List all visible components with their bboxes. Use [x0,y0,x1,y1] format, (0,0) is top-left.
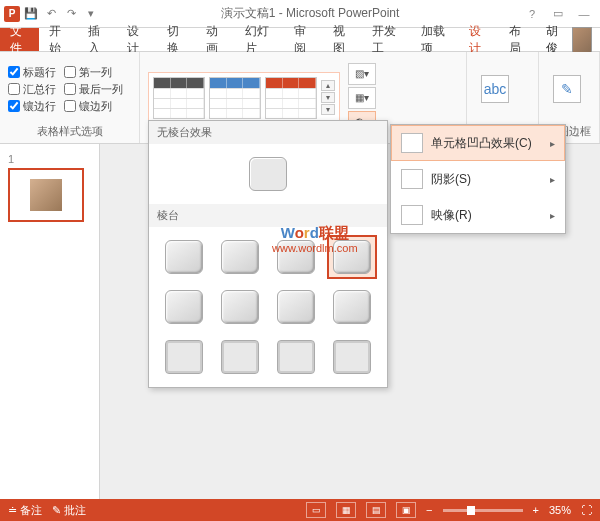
tab-table-layout[interactable]: 布局 [499,28,538,51]
table-style-2[interactable] [209,77,261,119]
bevel-8[interactable] [327,285,377,329]
check-header-row[interactable]: 标题行 [8,65,56,80]
fx-cell-bevel[interactable]: 单元格凹凸效果(C) ▸ [391,125,565,161]
user-area[interactable]: 胡俊 [538,28,600,51]
bevel-12[interactable] [327,335,377,379]
wordart-icon: abc [481,75,509,103]
tab-addins[interactable]: 加载项 [411,28,460,51]
zoom-in-icon[interactable]: + [533,504,539,516]
tab-home[interactable]: 开始 [39,28,78,51]
check-banded-rows[interactable]: 镶边行 [8,99,56,114]
zoom-slider[interactable] [443,509,523,512]
bevel-9[interactable] [159,335,209,379]
slide-thumbnails: 1 [0,144,100,499]
tab-design[interactable]: 设计 [117,28,156,51]
tab-developer[interactable]: 开发工 [362,28,411,51]
table-style-1[interactable] [153,77,205,119]
view-reading-icon[interactable]: ▤ [366,502,386,518]
bevel-2[interactable] [215,235,265,279]
status-annotate[interactable]: ≐ 备注 [8,503,42,518]
fx-shadow-label: 阴影(S) [431,171,471,188]
slide-thumb-1[interactable] [8,168,84,222]
tab-slideshow[interactable]: 幻灯片 [235,28,284,51]
help-icon[interactable]: ? [520,4,544,24]
view-slideshow-icon[interactable]: ▣ [396,502,416,518]
bevel-1[interactable] [159,235,209,279]
check-total-row[interactable]: 汇总行 [8,82,56,97]
tab-file[interactable]: 文件 [0,28,39,51]
undo-icon[interactable]: ↶ [42,5,60,23]
fx-bevel-label: 单元格凹凸效果(C) [431,135,532,152]
window-title: 演示文稿1 - Microsoft PowerPoint [100,5,520,22]
tab-animations[interactable]: 动画 [196,28,235,51]
group-label-style-options: 表格样式选项 [8,122,131,139]
section-bevel: 棱台 [149,204,387,227]
window-controls: ? ▭ — [520,4,596,24]
wordart-button[interactable]: abc [475,73,515,105]
shading-button[interactable]: ▧▾ [348,63,376,85]
minimize-icon[interactable]: — [572,4,596,24]
fx-shadow[interactable]: 阴影(S) ▸ [391,161,565,197]
bevel-11[interactable] [271,335,321,379]
fx-reflection-icon [401,205,423,225]
style-option-checks: 标题行 第一列 汇总行 最后一列 镶边行 镶边列 [8,65,123,114]
fx-shadow-icon [401,169,423,189]
table-style-3[interactable] [265,77,317,119]
bevel-10[interactable] [215,335,265,379]
check-last-column[interactable]: 最后一列 [64,82,123,97]
bevel-5[interactable] [159,285,209,329]
gallery-scroll[interactable]: ▴▾▾ [321,80,335,115]
user-avatar [572,27,592,53]
bevel-4-selected[interactable] [327,235,377,279]
check-banded-columns[interactable]: 镶边列 [64,99,123,114]
pen-icon: ✎ [553,75,581,103]
tab-transitions[interactable]: 切换 [157,28,196,51]
tab-table-design[interactable]: 设计 [459,28,498,51]
ribbon-collapse-icon[interactable]: ▭ [546,4,570,24]
table-style-gallery[interactable]: ▴▾▾ [148,72,340,124]
view-normal-icon[interactable]: ▭ [306,502,326,518]
group-table-style-options: 标题行 第一列 汇总行 最后一列 镶边行 镶边列 表格样式选项 [0,52,140,143]
zoom-percent[interactable]: 35% [549,504,571,516]
submenu-arrow-icon: ▸ [550,210,555,221]
bevel-3[interactable] [271,235,321,279]
fx-reflection-label: 映像(R) [431,207,472,224]
bevel-6[interactable] [215,285,265,329]
submenu-arrow-icon: ▸ [550,138,555,149]
tab-review[interactable]: 审阅 [284,28,323,51]
borders-button[interactable]: ▦▾ [348,87,376,109]
zoom-out-icon[interactable]: − [426,504,432,516]
save-icon[interactable]: 💾 [22,5,40,23]
effects-submenu: 单元格凹凸效果(C) ▸ 阴影(S) ▸ 映像(R) ▸ [390,124,566,234]
redo-icon[interactable]: ↷ [62,5,80,23]
fx-reflection[interactable]: 映像(R) ▸ [391,197,565,233]
qat-more-icon[interactable]: ▾ [82,5,100,23]
fit-window-icon[interactable]: ⛶ [581,504,592,516]
draw-borders-button[interactable]: ✎ [547,73,587,105]
tab-view[interactable]: 视图 [323,28,362,51]
view-sorter-icon[interactable]: ▦ [336,502,356,518]
bevel-dropdown: 无棱台效果 棱台 [148,120,388,388]
slide-number: 1 [8,153,14,165]
status-bar: ≐ 备注 ✎ 批注 ▭ ▦ ▤ ▣ − + 35% ⛶ [0,499,600,521]
tab-insert[interactable]: 插入 [78,28,117,51]
status-comments[interactable]: ✎ 批注 [52,503,86,518]
ribbon-tabs: 文件 开始 插入 设计 切换 动画 幻灯片 审阅 视图 开发工 加载项 设计 布… [0,28,600,52]
quick-access-toolbar: P 💾 ↶ ↷ ▾ [4,5,100,23]
submenu-arrow-icon: ▸ [550,174,555,185]
bevel-7[interactable] [271,285,321,329]
thumb-image [30,179,62,211]
section-no-bevel: 无棱台效果 [149,121,387,144]
bevel-none[interactable] [243,152,293,196]
app-icon[interactable]: P [4,6,20,22]
fx-bevel-icon [401,133,423,153]
check-first-column[interactable]: 第一列 [64,65,123,80]
